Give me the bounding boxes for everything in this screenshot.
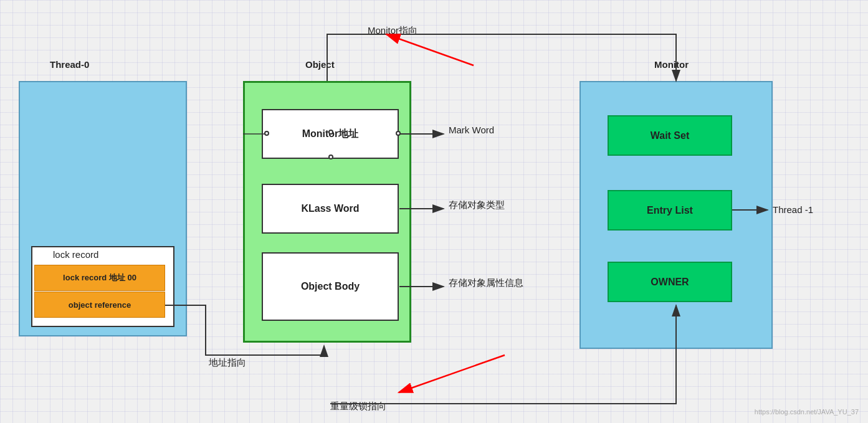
klass-word-text: KLass Word bbox=[301, 203, 359, 214]
heavyweight-pointer-label: 重量级锁指向 bbox=[330, 401, 386, 412]
entry-list-box: Entry List bbox=[608, 190, 732, 231]
wait-set-text: Wait Set bbox=[651, 130, 690, 141]
monitor-pointer-label: Monitor指向 bbox=[368, 25, 417, 37]
thread0-label: Thread-0 bbox=[50, 59, 89, 70]
wait-set-box: Wait Set bbox=[608, 115, 732, 156]
lock-record-addr-text: lock record 地址 00 bbox=[63, 272, 136, 283]
lock-record-row1: lock record 地址 00 bbox=[34, 265, 165, 291]
watermark: https://blog.csdn.net/JAVA_YU_37 bbox=[755, 408, 859, 416]
monitor-pointer-line bbox=[327, 34, 676, 81]
object-reference-text: object reference bbox=[69, 300, 131, 310]
object-label: Object bbox=[305, 59, 335, 70]
lock-record-row2: object reference bbox=[34, 292, 165, 318]
klass-word-box: KLass Word bbox=[262, 184, 399, 234]
mark-word-label: Mark Word bbox=[449, 125, 494, 135]
diagram-container: Thread-0 Object Monitor Monitor地址 KLass … bbox=[0, 0, 868, 423]
owner-text: OWNER bbox=[651, 277, 689, 288]
monitor-label: Monitor bbox=[654, 59, 689, 70]
connector-dot-top bbox=[328, 130, 333, 135]
thread-minus1-label: Thread -1 bbox=[773, 204, 813, 215]
store-attr-label: 存储对象属性信息 bbox=[449, 277, 523, 289]
object-body-text: Object Body bbox=[301, 281, 360, 292]
connector-dot-left bbox=[264, 131, 269, 136]
connector-dot-bottom bbox=[328, 154, 333, 159]
connector-dot-right bbox=[396, 131, 401, 136]
red-arrow-bottom bbox=[399, 355, 505, 392]
lock-record-title: lock record bbox=[53, 249, 98, 260]
owner-box: OWNER bbox=[608, 262, 732, 302]
object-body-box: Object Body bbox=[262, 252, 399, 321]
red-arrow-monitor-1 bbox=[386, 34, 474, 65]
store-type-label: 存储对象类型 bbox=[449, 199, 505, 211]
entry-list-text: Entry List bbox=[647, 205, 693, 216]
addr-pointer-label: 地址指向 bbox=[209, 357, 246, 369]
